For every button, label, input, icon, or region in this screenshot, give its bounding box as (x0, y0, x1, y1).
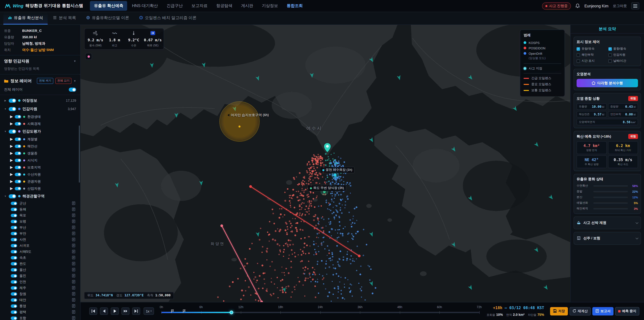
skip-end-button[interactable] (132, 307, 140, 315)
station-row[interactable]: 창원 (3, 291, 78, 297)
chevron-down-icon[interactable]: ▼ (74, 79, 76, 82)
expander-icon[interactable]: ▶ (10, 179, 13, 184)
stop-button[interactable]: 예측 중지 (615, 307, 639, 315)
timeline-track-area[interactable]: 0h6h12h18h24h36h48h60h72h (161, 304, 479, 318)
doc-icon[interactable] (72, 310, 76, 314)
station-toggle[interactable] (11, 202, 17, 205)
station-toggle[interactable] (11, 304, 17, 308)
nav-item-7[interactable]: 통합조회 (283, 1, 307, 11)
expander-icon[interactable]: ▶ (10, 151, 13, 155)
user-name[interactable]: Eunjeong Kim (584, 4, 608, 8)
expander-icon[interactable]: ▶ (10, 186, 13, 191)
station-row[interactable]: 포항 (3, 315, 78, 320)
doc-icon[interactable] (72, 255, 76, 260)
station-row[interactable]: 군산 (3, 200, 78, 206)
expander-icon[interactable]: ▼ (4, 108, 7, 110)
station-row[interactable]: 동해 (3, 206, 78, 212)
doc-icon[interactable] (72, 292, 76, 296)
doc-icon[interactable] (72, 243, 76, 248)
collapsed-section-1[interactable]: 선주 / 보험 (574, 232, 641, 245)
station-toggle[interactable] (11, 208, 17, 211)
timeline-handle[interactable] (230, 310, 233, 314)
doc-icon[interactable] (72, 201, 76, 206)
doc-icon[interactable] (72, 280, 76, 284)
poi-label[interactable]: 목도 주변 양식장 (3h) (308, 185, 346, 191)
layer-toggle[interactable] (15, 137, 21, 141)
station-row[interactable]: 사천 (3, 237, 78, 243)
station-toggle[interactable] (11, 286, 17, 290)
checkbox-icon[interactable] (608, 53, 612, 57)
station-row[interactable]: 속초 (3, 255, 78, 261)
station-toggle[interactable] (11, 274, 17, 277)
nav-item-3[interactable]: 보고자료 (188, 1, 212, 11)
layer-toggle[interactable] (15, 166, 21, 169)
expander-icon[interactable]: ▶ (10, 158, 13, 162)
expander-icon[interactable]: ▶ (4, 99, 7, 102)
layer-child-row[interactable]: ▶ 해안선 (3, 143, 78, 150)
nav-item-2[interactable]: 긴급구난 (163, 1, 187, 11)
layer-child-row[interactable]: ▶ 산업자원 (3, 185, 78, 192)
recalc-button[interactable]: 재계산 (570, 307, 591, 315)
layer-toggle[interactable] (15, 144, 21, 148)
doc-icon[interactable] (72, 219, 76, 224)
oil-fence-line[interactable] (249, 185, 360, 257)
checkbox-icon[interactable] (576, 59, 580, 63)
doc-icon[interactable] (72, 268, 76, 272)
timeline-marker-flag[interactable] (183, 308, 186, 314)
expander-icon[interactable]: ▶ (10, 144, 13, 148)
tab-3[interactable]: 오일펜스 배치 알고리즘 이론 (134, 12, 201, 25)
panel-header[interactable]: 분석 요약 (570, 25, 644, 34)
layer-toggle[interactable] (9, 129, 16, 133)
layer-child-row[interactable]: ▶ 계절별 (3, 136, 78, 143)
layer-child-row[interactable]: ▶ 사회경제 (3, 120, 78, 127)
tab-1[interactable]: 분석 목록 (48, 12, 81, 25)
checkbox-icon[interactable] (576, 53, 580, 57)
tab-0[interactable]: 유출유 확산분석 (3, 12, 48, 25)
polygon-analysis-button[interactable]: 다각형 분석수행 (576, 79, 638, 87)
station-row[interactable]: 태안 (3, 297, 78, 303)
nav-item-5[interactable]: 게시판 (237, 1, 257, 11)
checkbox-icon[interactable]: ✓ (576, 47, 580, 51)
station-row[interactable]: 부산 (3, 224, 78, 231)
incident-pin[interactable] (323, 143, 332, 154)
display-option-5[interactable]: 날짜/시간 (608, 59, 638, 63)
layer-toggle[interactable] (15, 159, 21, 162)
layer-toggle[interactable] (9, 107, 16, 111)
station-toggle[interactable] (11, 256, 17, 259)
layer-toggle[interactable] (9, 194, 16, 198)
layer-toggle[interactable] (15, 173, 21, 176)
layer-child-row[interactable]: ▶ 서식지 (3, 157, 78, 164)
save-button[interactable]: 저장 (550, 307, 568, 315)
expander-icon[interactable]: ▶ (10, 165, 13, 169)
station-toggle[interactable] (11, 214, 17, 217)
station-toggle[interactable] (11, 250, 17, 253)
bell-icon[interactable] (576, 3, 580, 9)
doc-icon[interactable] (72, 207, 76, 212)
station-toggle[interactable] (11, 268, 17, 271)
expander-icon[interactable]: ▶ (10, 114, 13, 119)
nav-item-0[interactable]: 유출유 확산예측 (90, 1, 127, 11)
display-option-0[interactable]: ✓유량/유속 (576, 47, 606, 51)
layer-group-0[interactable]: ▶ 어장정보 17,129 (3, 96, 78, 105)
map-mode-chip[interactable] (85, 53, 92, 60)
fast-forward-button[interactable] (122, 307, 130, 315)
station-toggle[interactable] (11, 280, 17, 283)
layer-toggle[interactable] (15, 122, 21, 125)
layer-group-1[interactable]: ▼ 민감자원 3,947 (3, 105, 78, 113)
station-toggle[interactable] (11, 220, 17, 223)
step-back-button[interactable] (100, 307, 108, 315)
collapsed-section-0[interactable]: 사고 선박 제원 (574, 216, 641, 229)
checkbox-icon[interactable] (608, 59, 612, 63)
nav-item-4[interactable]: 항공탐색 (212, 1, 236, 11)
station-row[interactable]: 보령 (3, 218, 78, 224)
doc-icon[interactable] (72, 262, 76, 266)
all-layers-on-button[interactable]: 전체 켜기 (37, 78, 53, 84)
station-toggle[interactable] (11, 226, 17, 229)
expander-icon[interactable]: ▼ (4, 130, 7, 133)
expander-icon[interactable]: ▶ (10, 172, 13, 177)
timeline-marker-flag[interactable] (171, 308, 174, 314)
logout-button[interactable]: 로그아웃 (613, 4, 627, 8)
station-toggle[interactable] (11, 298, 17, 302)
play-button[interactable] (111, 307, 119, 315)
station-toggle[interactable] (11, 238, 17, 241)
